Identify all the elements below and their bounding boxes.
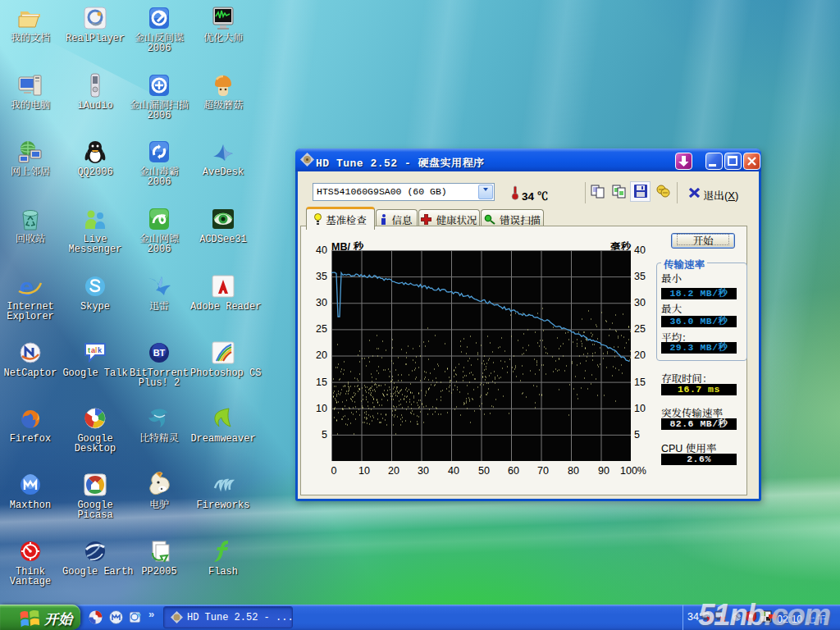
svg-text:t: t: [88, 346, 90, 354]
svg-text:BT: BT: [153, 348, 166, 358]
svg-text:e: e: [20, 273, 34, 299]
